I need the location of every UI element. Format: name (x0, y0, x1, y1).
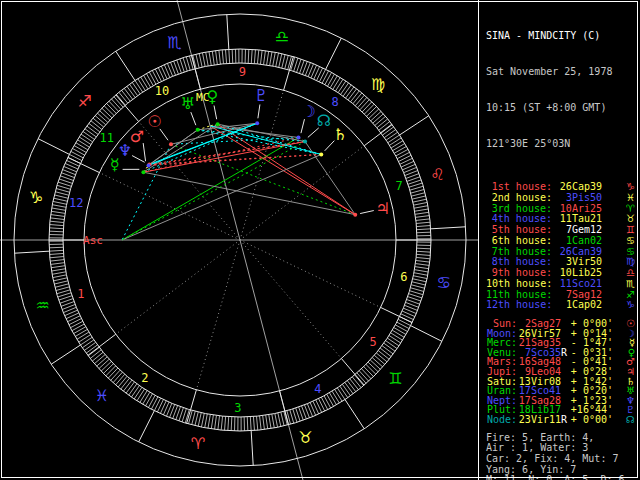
degree-tick (369, 109, 379, 119)
degree-tick (129, 84, 137, 95)
degree-tick (221, 416, 222, 430)
degree-tick (72, 148, 84, 155)
degree-tick (126, 382, 134, 393)
house-cusp-value: 26Can39 (552, 246, 602, 257)
degree-tick (328, 74, 335, 86)
house-number-4: 4 (314, 382, 321, 396)
degree-tick (82, 340, 94, 348)
zodiac-sign-icon: ♏ (626, 278, 635, 289)
degree-tick (322, 71, 328, 83)
degree-tick (121, 378, 130, 389)
degree-tick (337, 388, 345, 400)
degree-tick (314, 66, 320, 79)
degree-tick (416, 254, 430, 255)
degree-tick (222, 50, 223, 64)
degree-tick (391, 141, 403, 148)
planet-row: Jupi:9Leo04+ 0°28'♃ (486, 366, 640, 376)
degree-tick (329, 393, 336, 405)
house-cusp-value: 1Can02 (552, 235, 602, 246)
degree-tick (209, 52, 211, 66)
house-label: 6th house: (486, 235, 552, 246)
planet-label: Node: (486, 414, 517, 425)
degree-tick (53, 201, 67, 204)
zodiac-sign-icon: ♋ (626, 235, 635, 246)
planet-row: Plut:18Lib17+16°44'♇ (486, 404, 640, 414)
sign-glyph-taurus: ♉ (298, 428, 312, 447)
degree-tick (391, 333, 403, 340)
degree-tick (380, 348, 391, 357)
chart-location: 121°30E 25°03N (486, 138, 640, 150)
degree-tick (260, 50, 262, 64)
degree-tick (152, 70, 158, 82)
degree-tick (364, 367, 374, 377)
degree-tick (386, 341, 398, 349)
house-number-10: 10 (155, 84, 169, 98)
degree-tick (199, 53, 202, 67)
aspect-line-moon-asc (122, 138, 298, 240)
wheel-line (227, 14, 229, 49)
house-row: 2nd house:3Pis50♓ (486, 192, 640, 203)
zodiac-sign-icon: ♑ (626, 299, 635, 310)
degree-tick (376, 353, 387, 362)
house-cusp-spoke (187, 390, 197, 424)
degree-tick (95, 116, 106, 125)
zodiac-sign-icon: ♍ (626, 256, 635, 267)
planet-row: Node:23Vir11R+ 0°00'☊ (486, 414, 640, 424)
degree-tick (77, 332, 89, 339)
house-cusp-value: 11Tau21 (552, 213, 602, 224)
degree-tick (143, 75, 150, 87)
degree-tick (275, 414, 278, 428)
planet-row: Sun:2Sag27+ 0°00'☉ (486, 318, 640, 328)
planet-point-sun (169, 142, 173, 146)
planet-pointer-pluto (258, 104, 260, 118)
degree-tick (377, 119, 388, 128)
degree-tick (186, 57, 190, 70)
planet-glyph-jupiter: ♃ (375, 199, 389, 218)
degree-tick (50, 253, 64, 254)
degree-tick (281, 412, 284, 426)
degree-tick (386, 132, 398, 140)
house-cusp-value: 3Pis50 (552, 192, 602, 203)
degree-tick (285, 55, 289, 69)
chart-date: Sat November 25, 1978 (486, 66, 640, 78)
house-label: 7th house: (486, 246, 552, 257)
degree-tick (400, 158, 413, 164)
degree-tick (366, 364, 376, 374)
house-cusp-line (99, 173, 240, 240)
house-cusp-value: 11Sco21 (552, 278, 602, 289)
house-row: 6th house:1Can02♋ (486, 235, 640, 246)
house-cusp-spoke (116, 95, 139, 122)
degree-tick (196, 54, 199, 68)
degree-tick (278, 413, 281, 427)
degree-tick (394, 146, 406, 153)
degree-tick (411, 189, 425, 193)
degree-tick (313, 401, 319, 414)
planet-point-node (303, 140, 307, 144)
degree-tick (57, 185, 70, 189)
degree-tick (129, 384, 137, 395)
degree-tick (100, 111, 110, 120)
wheel-line (411, 326, 442, 342)
degree-tick (138, 79, 145, 91)
degree-tick (416, 257, 430, 258)
degree-tick (355, 95, 364, 106)
zodiac-sign-icon: ♐ (626, 289, 635, 300)
planet-icon: ☊ (626, 414, 635, 425)
degree-tick (70, 321, 82, 327)
planet-glyph-node: ☊ (317, 111, 331, 130)
degree-tick (417, 251, 431, 252)
house-row: 10th house:11Sco21♏ (486, 278, 640, 289)
degree-tick (113, 372, 122, 382)
degree-tick (330, 76, 337, 88)
planet-row: Moon:26Vir57+ 0°14'☽ (486, 328, 640, 338)
degree-tick (341, 83, 349, 95)
degree-tick (149, 72, 156, 84)
planet-row: Mars:16Sag48- 0°41'♂ (486, 356, 640, 366)
degree-tick (272, 414, 275, 428)
zodiac-sign-icon: ♈ (626, 203, 635, 214)
degree-tick (50, 260, 64, 262)
sign-glyph-gemini: ♊ (388, 369, 402, 388)
house-cusp-value: 7Sag12 (552, 289, 602, 300)
wheel-line (51, 345, 80, 364)
degree-tick (90, 350, 101, 359)
